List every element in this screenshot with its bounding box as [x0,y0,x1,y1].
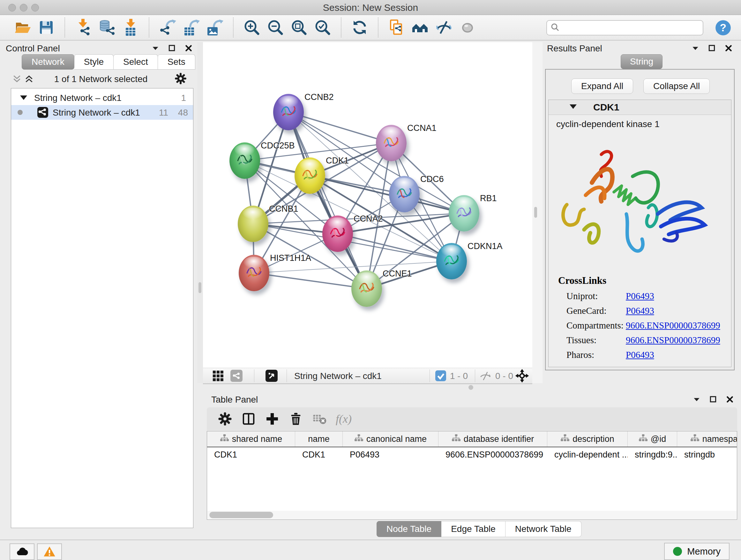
node-CCNA2[interactable] [322,215,353,252]
panel-float-icon[interactable] [709,395,718,405]
collapse-all-button[interactable]: Collapse All [643,78,710,94]
import-network-button[interactable] [74,18,92,37]
show-columns-icon[interactable] [241,412,256,426]
collection-expander-icon[interactable] [20,96,27,100]
panel-menu-icon[interactable] [151,44,159,54]
tab-network-table[interactable]: Network Table [506,521,582,537]
cell-database-identifier[interactable]: 9606.ENSP00000378699 [439,447,547,462]
node-CCNB2[interactable] [273,94,304,130]
tab-string[interactable]: String [621,54,663,69]
table-row[interactable]: CDK1CDK1P064939606.ENSP00000378699cyclin… [207,447,737,462]
crosslink-link[interactable]: 9606.ENSP00000378699 [626,320,720,331]
scrollbar-thumb[interactable] [209,512,273,518]
network-row[interactable]: String Network – cdk1 11 48 [11,105,193,120]
selected-checkbox-icon[interactable] [435,370,446,381]
network-collection-row[interactable]: String Network – cdk1 1 [11,90,193,105]
zoom-fit-button[interactable] [290,18,308,37]
crosslink-link[interactable]: 9606.ENSP00000378699 [626,335,720,346]
delete-column-icon[interactable] [288,412,303,426]
help-button[interactable]: ? [714,19,732,37]
show-items-button[interactable] [458,18,477,37]
column-header-shared-name[interactable]: shared name [207,431,295,447]
refresh-layout-button[interactable] [350,18,369,37]
export-table-button[interactable] [182,18,200,37]
right-splitter[interactable] [532,42,542,383]
zoom-in-button[interactable] [243,18,261,37]
tab-select[interactable]: Select [114,54,158,70]
network-canvas[interactable]: CCNB2CCNA1CDC25BCDK1CDC6RB1CCNB1CCNA2CDK… [203,42,532,368]
warnings-button[interactable] [37,543,62,560]
node-CDK1[interactable] [294,158,325,194]
column-header--id[interactable]: @id [628,431,677,447]
cell-shared-name[interactable]: CDK1 [207,447,295,462]
add-column-icon[interactable] [265,412,280,426]
panel-close-icon[interactable] [726,395,734,405]
node-CCNA1[interactable] [376,125,407,161]
horizontal-splitter-grip[interactable] [468,385,473,390]
expand-all-button[interactable]: Expand All [571,78,633,94]
node-RB1[interactable] [449,195,479,232]
hidden-eye-icon[interactable] [479,370,491,382]
column-header-description[interactable]: description [547,431,628,447]
column-header-namespace[interactable]: namespace [677,431,737,447]
open-session-button[interactable] [13,18,32,37]
export-network-button[interactable] [158,18,177,37]
node-CDKN1A[interactable] [436,243,467,279]
node-CCNE1[interactable] [351,270,382,307]
search-input[interactable] [560,21,703,35]
edge-CCNA2-CDKN1A[interactable] [338,234,452,261]
node-CCNB1[interactable] [238,206,268,242]
gene-expander-icon[interactable] [569,105,577,109]
cell-name[interactable]: CDK1 [295,447,343,462]
birdseye-view-icon[interactable] [266,370,278,382]
grid-view-icon[interactable] [212,370,224,382]
column-header-database-identifier[interactable]: database identifier [439,431,547,447]
crosslink-link[interactable]: P06493 [626,350,654,360]
tab-style[interactable]: Style [74,54,114,70]
home-button[interactable] [411,18,429,37]
tab-edge-table[interactable]: Edge Table [441,521,506,537]
left-splitter-grip[interactable] [199,282,201,293]
cell-description[interactable]: cyclin-dependent ... [547,447,628,462]
cell--id[interactable]: stringdb:9... [628,447,677,462]
crosslink-link[interactable]: P06493 [626,291,654,301]
search-box[interactable] [546,20,703,36]
function-builder-icon[interactable]: f(x) [336,412,352,426]
edge-CCNB2-CCNA1[interactable] [288,112,391,143]
tab-network[interactable]: Network [22,54,74,70]
delete-table-icon[interactable] [312,412,327,426]
panel-close-icon[interactable] [185,44,193,54]
hide-items-button[interactable] [434,18,453,37]
column-header-name[interactable]: name [295,431,343,447]
network-options-gear-icon[interactable] [174,72,187,85]
save-session-button[interactable] [37,18,56,37]
export-image-button[interactable] [205,18,224,37]
edge-HIST1H1A-CCNE1[interactable] [254,273,367,289]
tab-node-table[interactable]: Node Table [377,521,441,537]
node-HIST1H1A[interactable] [239,255,269,291]
panel-menu-icon[interactable] [691,44,699,54]
zoom-out-button[interactable] [266,18,285,37]
gene-section-header[interactable]: CDK1 [549,100,731,115]
cell-namespace[interactable]: stringdb [677,447,737,462]
memory-button[interactable]: Memory [664,543,730,560]
node-CDC6[interactable] [389,176,420,212]
network-share-icon[interactable] [230,370,243,382]
panel-float-icon[interactable] [168,44,176,54]
panel-float-icon[interactable] [708,44,716,54]
node-CDC25B[interactable] [229,142,260,179]
panel-menu-icon[interactable] [692,395,701,405]
table-options-gear-icon[interactable] [218,412,232,426]
column-header-canonical-name[interactable]: canonical name [343,431,439,447]
table-horizontal-scrollbar[interactable] [207,511,737,519]
cell-canonical-name[interactable]: P06493 [343,447,439,462]
horizontal-splitter[interactable] [203,383,741,393]
panel-close-icon[interactable] [724,44,733,54]
zoom-selected-button[interactable] [313,18,332,37]
tab-sets[interactable]: Sets [158,54,195,70]
cloud-button[interactable] [10,543,35,560]
import-table-button[interactable] [121,18,140,37]
right-splitter-grip[interactable] [534,207,537,218]
fit-content-crosshair-icon[interactable] [515,369,529,383]
crosslink-link[interactable]: P06493 [626,306,654,316]
